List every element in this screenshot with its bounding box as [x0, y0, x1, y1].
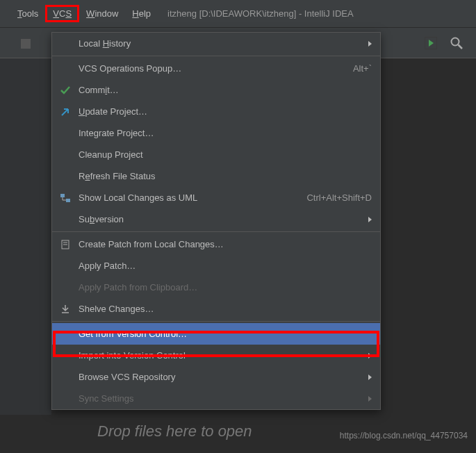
stop-icon[interactable]	[21, 39, 31, 49]
menu-vcs-operations-popup[interactable]: VCS Operations Popup… Alt+`	[52, 58, 380, 79]
chevron-right-icon	[368, 217, 372, 222]
menu-commit[interactable]: Commit…	[52, 79, 380, 101]
separator	[52, 56, 380, 56]
menu-browse-vcs-repository[interactable]: Browse VCS Repository	[52, 366, 380, 388]
menu-help[interactable]: Help	[125, 6, 158, 22]
update-arrow-icon	[59, 106, 72, 118]
svg-line-1	[459, 44, 463, 49]
shortcut-label: Ctrl+Alt+Shift+D	[306, 192, 372, 203]
watermark: https://blog.csdn.net/qq_44757034	[340, 431, 468, 440]
chevron-right-icon	[368, 374, 372, 380]
run-icon[interactable]	[425, 37, 437, 49]
chevron-right-icon	[368, 41, 372, 47]
menu-import-into-version-control[interactable]: Import into Version Control	[52, 345, 380, 366]
menu-apply-patch-clipboard: Apply Patch from Clipboard…	[52, 277, 380, 298]
menubar: Tools VCS Window Help itzheng [D:\IDEAWO…	[0, 0, 476, 28]
drop-files-hint: Drop files here to open	[97, 422, 252, 440]
menu-tools[interactable]: Tools	[10, 6, 45, 22]
svg-point-0	[452, 38, 459, 45]
shortcut-label: Alt+`	[353, 63, 372, 74]
patch-icon	[59, 238, 72, 251]
menu-sync-settings: Sync Settings	[52, 388, 380, 409]
chevron-right-icon	[368, 396, 372, 402]
menu-subversion[interactable]: Subversion	[52, 208, 380, 230]
svg-rect-3	[66, 199, 70, 202]
menu-window[interactable]: Window	[79, 6, 125, 22]
menu-apply-patch[interactable]: Apply Patch…	[52, 255, 380, 277]
menu-show-local-changes-uml[interactable]: Show Local Changes as UML Ctrl+Alt+Shift…	[52, 187, 380, 208]
menu-integrate-project[interactable]: Integrate Project…	[52, 122, 380, 144]
shelve-icon	[59, 303, 72, 315]
uml-icon	[59, 192, 72, 204]
menu-local-history[interactable]: Local History	[52, 33, 380, 54]
svg-rect-2	[60, 194, 65, 197]
menu-get-from-version-control[interactable]: Get from Version Control…	[52, 323, 380, 345]
search-icon[interactable]	[450, 36, 463, 50]
menu-refresh-file-status[interactable]: Refresh File Status	[52, 165, 380, 187]
sidebar-strip	[0, 58, 51, 415]
chevron-right-icon	[368, 353, 372, 359]
menu-shelve-changes[interactable]: Shelve Changes…	[52, 298, 380, 320]
vcs-dropdown: Local History VCS Operations Popup… Alt+…	[51, 32, 381, 410]
window-title: itzheng [D:\IDEAWORK\itzheng] - IntelliJ…	[167, 8, 354, 19]
check-icon	[59, 84, 72, 97]
menu-vcs[interactable]: VCS	[45, 5, 79, 22]
separator	[52, 321, 380, 322]
menu-update-project[interactable]: Update Project…	[52, 101, 380, 122]
separator	[52, 231, 380, 232]
menu-create-patch[interactable]: Create Patch from Local Changes…	[52, 233, 380, 255]
menu-cleanup-project[interactable]: Cleanup Project	[52, 144, 380, 165]
